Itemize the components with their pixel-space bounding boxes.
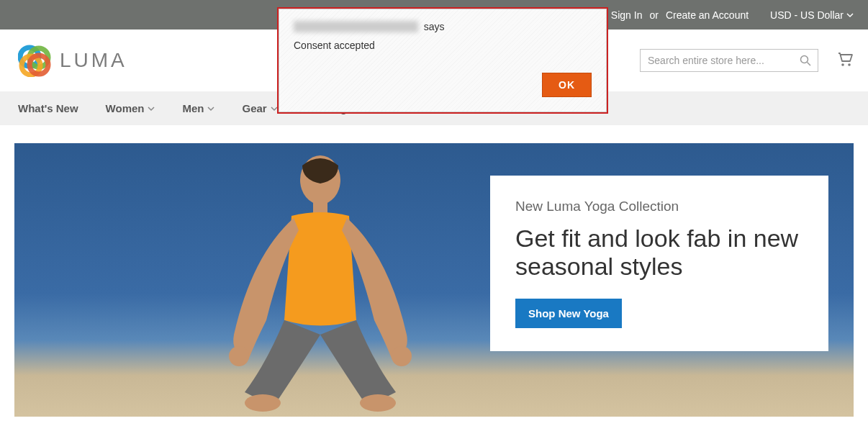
svg-point-4 <box>801 56 808 63</box>
or-text: or <box>649 9 658 21</box>
logo-icon <box>18 44 51 77</box>
nav-label: Gear <box>242 102 266 114</box>
nav-item-women[interactable]: Women <box>106 102 155 114</box>
nav-label: Men <box>182 102 204 114</box>
svg-point-6 <box>841 63 844 66</box>
svg-point-7 <box>848 63 851 66</box>
sign-in-link[interactable]: Sign In <box>611 9 643 21</box>
nav-item-whats-new[interactable]: What's New <box>18 102 78 114</box>
chevron-down-icon <box>846 9 854 21</box>
svg-point-13 <box>360 394 396 412</box>
hero-image <box>194 143 446 417</box>
chevron-down-icon <box>148 102 155 114</box>
search-icon[interactable] <box>800 55 811 69</box>
search-input[interactable] <box>640 49 818 72</box>
nav-label: Women <box>106 102 145 114</box>
ok-button[interactable]: OK <box>542 73 592 97</box>
logo-text: LUMA <box>60 49 127 72</box>
alert-message: Consent accepted <box>294 40 592 51</box>
alert-dialog-inner: magento22.plumserver.com says Consent ac… <box>279 9 607 112</box>
nav-label: What's New <box>18 102 78 114</box>
hero-banner[interactable]: New Luma Yoga Collection Get fit and loo… <box>14 143 854 417</box>
chevron-down-icon <box>207 102 214 114</box>
promo-card: New Luma Yoga Collection Get fit and loo… <box>490 176 828 351</box>
alert-dialog: magento22.plumserver.com says Consent ac… <box>277 7 608 114</box>
logo[interactable]: LUMA <box>18 44 127 77</box>
cart-icon[interactable] <box>836 51 854 70</box>
alert-source-line: magento22.plumserver.com says <box>294 21 592 32</box>
svg-line-5 <box>808 63 811 66</box>
svg-rect-9 <box>313 199 327 214</box>
currency-label: USD - US Dollar <box>770 9 844 21</box>
alert-source-host: magento22.plumserver.com <box>294 21 418 32</box>
shop-new-yoga-button[interactable]: Shop New Yoga <box>515 299 622 328</box>
promo-eyebrow: New Luma Yoga Collection <box>515 199 803 214</box>
svg-point-12 <box>245 394 281 412</box>
svg-point-11 <box>392 346 412 366</box>
header-right <box>640 49 854 72</box>
svg-point-10 <box>229 346 249 366</box>
nav-item-gear[interactable]: Gear <box>242 102 277 114</box>
nav-item-men[interactable]: Men <box>182 102 214 114</box>
alert-actions: OK <box>294 73 592 97</box>
alert-says-text: says <box>424 21 445 32</box>
currency-switcher[interactable]: USD - US Dollar <box>770 9 854 21</box>
create-account-link[interactable]: Create an Account <box>666 9 749 21</box>
promo-heading: Get fit and look fab in new seasonal sty… <box>515 225 803 281</box>
search-box <box>640 49 818 72</box>
